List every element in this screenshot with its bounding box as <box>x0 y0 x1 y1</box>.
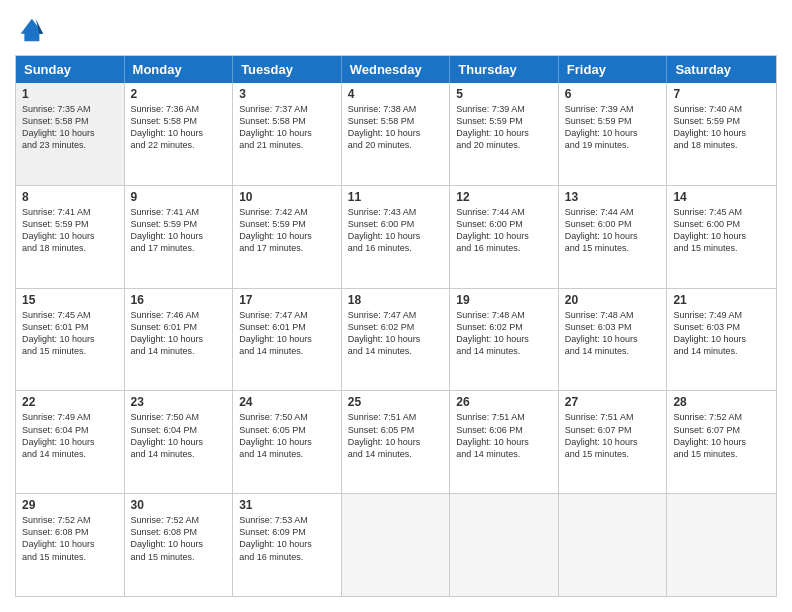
calendar-cell: 6Sunrise: 7:39 AMSunset: 5:59 PMDaylight… <box>559 83 668 185</box>
cell-info: Sunrise: 7:39 AMSunset: 5:59 PMDaylight:… <box>456 103 552 152</box>
calendar-cell: 30Sunrise: 7:52 AMSunset: 6:08 PMDayligh… <box>125 494 234 596</box>
cell-info: Sunrise: 7:37 AMSunset: 5:58 PMDaylight:… <box>239 103 335 152</box>
calendar-cell: 14Sunrise: 7:45 AMSunset: 6:00 PMDayligh… <box>667 186 776 288</box>
calendar-cell <box>667 494 776 596</box>
calendar-row: 8Sunrise: 7:41 AMSunset: 5:59 PMDaylight… <box>16 186 776 289</box>
calendar-cell: 16Sunrise: 7:46 AMSunset: 6:01 PMDayligh… <box>125 289 234 391</box>
cell-info: Sunrise: 7:50 AMSunset: 6:05 PMDaylight:… <box>239 411 335 460</box>
cell-info: Sunrise: 7:40 AMSunset: 5:59 PMDaylight:… <box>673 103 770 152</box>
header-day-tuesday: Tuesday <box>233 56 342 83</box>
day-number: 1 <box>22 87 118 101</box>
day-number: 9 <box>131 190 227 204</box>
calendar-cell: 18Sunrise: 7:47 AMSunset: 6:02 PMDayligh… <box>342 289 451 391</box>
day-number: 11 <box>348 190 444 204</box>
cell-info: Sunrise: 7:51 AMSunset: 6:06 PMDaylight:… <box>456 411 552 460</box>
day-number: 28 <box>673 395 770 409</box>
day-number: 23 <box>131 395 227 409</box>
calendar: SundayMondayTuesdayWednesdayThursdayFrid… <box>15 55 777 597</box>
header <box>15 15 777 45</box>
calendar-cell: 8Sunrise: 7:41 AMSunset: 5:59 PMDaylight… <box>16 186 125 288</box>
day-number: 13 <box>565 190 661 204</box>
calendar-cell: 13Sunrise: 7:44 AMSunset: 6:00 PMDayligh… <box>559 186 668 288</box>
calendar-cell: 28Sunrise: 7:52 AMSunset: 6:07 PMDayligh… <box>667 391 776 493</box>
calendar-cell: 17Sunrise: 7:47 AMSunset: 6:01 PMDayligh… <box>233 289 342 391</box>
day-number: 22 <box>22 395 118 409</box>
cell-info: Sunrise: 7:52 AMSunset: 6:08 PMDaylight:… <box>22 514 118 563</box>
calendar-cell: 23Sunrise: 7:50 AMSunset: 6:04 PMDayligh… <box>125 391 234 493</box>
cell-info: Sunrise: 7:49 AMSunset: 6:03 PMDaylight:… <box>673 309 770 358</box>
cell-info: Sunrise: 7:46 AMSunset: 6:01 PMDaylight:… <box>131 309 227 358</box>
calendar-cell: 20Sunrise: 7:48 AMSunset: 6:03 PMDayligh… <box>559 289 668 391</box>
cell-info: Sunrise: 7:52 AMSunset: 6:08 PMDaylight:… <box>131 514 227 563</box>
cell-info: Sunrise: 7:48 AMSunset: 6:02 PMDaylight:… <box>456 309 552 358</box>
calendar-cell: 3Sunrise: 7:37 AMSunset: 5:58 PMDaylight… <box>233 83 342 185</box>
header-day-thursday: Thursday <box>450 56 559 83</box>
calendar-row: 22Sunrise: 7:49 AMSunset: 6:04 PMDayligh… <box>16 391 776 494</box>
cell-info: Sunrise: 7:43 AMSunset: 6:00 PMDaylight:… <box>348 206 444 255</box>
cell-info: Sunrise: 7:44 AMSunset: 6:00 PMDaylight:… <box>565 206 661 255</box>
day-number: 5 <box>456 87 552 101</box>
cell-info: Sunrise: 7:53 AMSunset: 6:09 PMDaylight:… <box>239 514 335 563</box>
day-number: 3 <box>239 87 335 101</box>
calendar-cell: 25Sunrise: 7:51 AMSunset: 6:05 PMDayligh… <box>342 391 451 493</box>
calendar-header: SundayMondayTuesdayWednesdayThursdayFrid… <box>16 56 776 83</box>
day-number: 19 <box>456 293 552 307</box>
calendar-cell: 2Sunrise: 7:36 AMSunset: 5:58 PMDaylight… <box>125 83 234 185</box>
calendar-cell: 31Sunrise: 7:53 AMSunset: 6:09 PMDayligh… <box>233 494 342 596</box>
cell-info: Sunrise: 7:41 AMSunset: 5:59 PMDaylight:… <box>22 206 118 255</box>
cell-info: Sunrise: 7:52 AMSunset: 6:07 PMDaylight:… <box>673 411 770 460</box>
day-number: 15 <box>22 293 118 307</box>
day-number: 16 <box>131 293 227 307</box>
day-number: 26 <box>456 395 552 409</box>
calendar-cell: 4Sunrise: 7:38 AMSunset: 5:58 PMDaylight… <box>342 83 451 185</box>
calendar-cell: 27Sunrise: 7:51 AMSunset: 6:07 PMDayligh… <box>559 391 668 493</box>
calendar-cell: 22Sunrise: 7:49 AMSunset: 6:04 PMDayligh… <box>16 391 125 493</box>
cell-info: Sunrise: 7:47 AMSunset: 6:01 PMDaylight:… <box>239 309 335 358</box>
calendar-cell: 19Sunrise: 7:48 AMSunset: 6:02 PMDayligh… <box>450 289 559 391</box>
calendar-cell <box>342 494 451 596</box>
cell-info: Sunrise: 7:38 AMSunset: 5:58 PMDaylight:… <box>348 103 444 152</box>
day-number: 25 <box>348 395 444 409</box>
logo-icon <box>15 15 45 45</box>
cell-info: Sunrise: 7:48 AMSunset: 6:03 PMDaylight:… <box>565 309 661 358</box>
calendar-cell: 9Sunrise: 7:41 AMSunset: 5:59 PMDaylight… <box>125 186 234 288</box>
day-number: 20 <box>565 293 661 307</box>
calendar-cell <box>559 494 668 596</box>
day-number: 24 <box>239 395 335 409</box>
cell-info: Sunrise: 7:44 AMSunset: 6:00 PMDaylight:… <box>456 206 552 255</box>
day-number: 7 <box>673 87 770 101</box>
calendar-cell: 11Sunrise: 7:43 AMSunset: 6:00 PMDayligh… <box>342 186 451 288</box>
day-number: 10 <box>239 190 335 204</box>
calendar-row: 29Sunrise: 7:52 AMSunset: 6:08 PMDayligh… <box>16 494 776 596</box>
calendar-cell: 26Sunrise: 7:51 AMSunset: 6:06 PMDayligh… <box>450 391 559 493</box>
calendar-cell: 21Sunrise: 7:49 AMSunset: 6:03 PMDayligh… <box>667 289 776 391</box>
calendar-cell: 24Sunrise: 7:50 AMSunset: 6:05 PMDayligh… <box>233 391 342 493</box>
calendar-cell: 15Sunrise: 7:45 AMSunset: 6:01 PMDayligh… <box>16 289 125 391</box>
calendar-cell: 1Sunrise: 7:35 AMSunset: 5:58 PMDaylight… <box>16 83 125 185</box>
calendar-body: 1Sunrise: 7:35 AMSunset: 5:58 PMDaylight… <box>16 83 776 596</box>
cell-info: Sunrise: 7:42 AMSunset: 5:59 PMDaylight:… <box>239 206 335 255</box>
day-number: 6 <box>565 87 661 101</box>
logo <box>15 15 49 45</box>
header-day-wednesday: Wednesday <box>342 56 451 83</box>
cell-info: Sunrise: 7:45 AMSunset: 6:00 PMDaylight:… <box>673 206 770 255</box>
day-number: 30 <box>131 498 227 512</box>
cell-info: Sunrise: 7:51 AMSunset: 6:05 PMDaylight:… <box>348 411 444 460</box>
day-number: 12 <box>456 190 552 204</box>
header-day-monday: Monday <box>125 56 234 83</box>
page: SundayMondayTuesdayWednesdayThursdayFrid… <box>0 0 792 612</box>
cell-info: Sunrise: 7:35 AMSunset: 5:58 PMDaylight:… <box>22 103 118 152</box>
cell-info: Sunrise: 7:45 AMSunset: 6:01 PMDaylight:… <box>22 309 118 358</box>
day-number: 14 <box>673 190 770 204</box>
day-number: 21 <box>673 293 770 307</box>
header-day-sunday: Sunday <box>16 56 125 83</box>
day-number: 18 <box>348 293 444 307</box>
day-number: 4 <box>348 87 444 101</box>
calendar-cell: 7Sunrise: 7:40 AMSunset: 5:59 PMDaylight… <box>667 83 776 185</box>
day-number: 29 <box>22 498 118 512</box>
cell-info: Sunrise: 7:47 AMSunset: 6:02 PMDaylight:… <box>348 309 444 358</box>
calendar-cell <box>450 494 559 596</box>
day-number: 17 <box>239 293 335 307</box>
day-number: 31 <box>239 498 335 512</box>
cell-info: Sunrise: 7:36 AMSunset: 5:58 PMDaylight:… <box>131 103 227 152</box>
